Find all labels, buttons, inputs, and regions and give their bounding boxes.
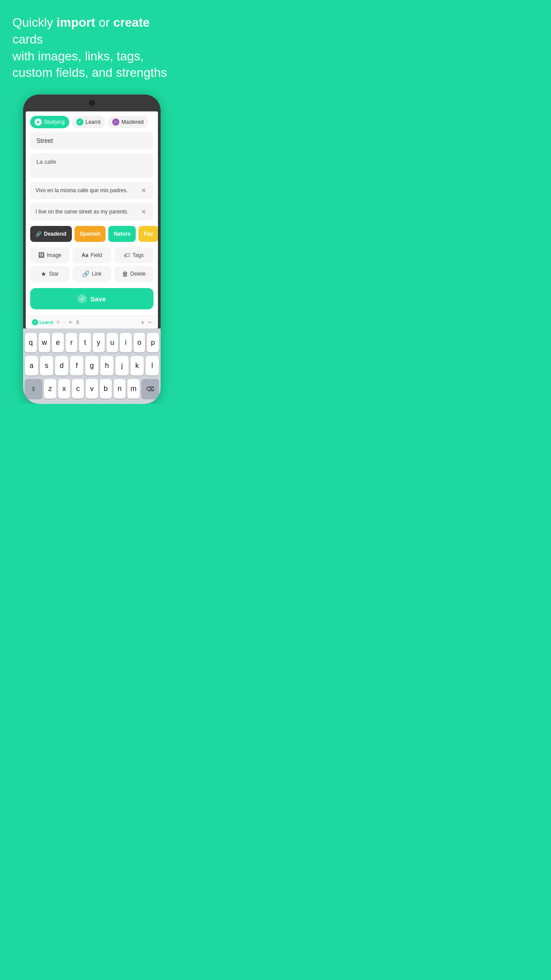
key-z[interactable]: z [44, 379, 56, 399]
card-field-word[interactable]: Street [30, 132, 153, 150]
phone-screen: Studying ✓ Learnt ✓ Mastered Street La c… [26, 111, 158, 328]
star-label: Star [49, 271, 59, 277]
tab-studying[interactable]: Studying [30, 116, 69, 128]
tab-learnt[interactable]: ✓ Learnt [72, 116, 105, 128]
tabs-bar: Studying ✓ Learnt ✓ Mastered [26, 111, 158, 132]
status-learnt-badge: ✓ Learnt [32, 319, 53, 325]
keyboard-row-2: a s d f g h j k l [25, 356, 159, 375]
header-line3: custom fields, and strengths [12, 66, 167, 79]
card-sentence1-text: Vivo en la misma calle que mis padres. [35, 187, 128, 194]
key-x[interactable]: x [58, 379, 70, 399]
status-separator: - [63, 320, 65, 325]
delete-button[interactable]: 🗑 Delete [114, 266, 153, 282]
keyboard-row-1: q w e r t y u i o p [25, 333, 159, 352]
save-check-icon: ✓ [78, 294, 87, 303]
shift-key[interactable]: ⇧ [25, 379, 42, 399]
header-create: create [113, 16, 150, 29]
image-button[interactable]: 🖼 Image [30, 247, 70, 263]
key-s[interactable]: s [40, 356, 53, 375]
header-prefix: Quickly [12, 16, 57, 29]
check-icon-mastered: ✓ [112, 119, 119, 126]
status-dot: ✓ [32, 319, 38, 325]
star-icon: ★ [41, 270, 47, 277]
tab-mastered[interactable]: ✓ Mastered [108, 116, 148, 128]
star-status-icon: ★ [141, 320, 145, 325]
tag-deadend-label: Deadend [44, 231, 67, 237]
image-label: Image [47, 252, 61, 258]
keyboard: q w e r t y u i o p a s d f g h j k l [23, 328, 161, 404]
backspace-key[interactable]: ⌫ [142, 379, 159, 399]
remove-sentence2-button[interactable]: ✕ [139, 207, 148, 216]
tags-button[interactable]: 🏷 Tags [114, 247, 153, 263]
save-section: ✓ Save [26, 285, 158, 316]
card-sentence2[interactable]: I live on the same street as my parents.… [30, 203, 153, 221]
status-learnt-text: Learnt [39, 320, 53, 325]
status-repeat-icon: © [57, 320, 60, 325]
tag-fav[interactable]: Fav [138, 226, 158, 242]
header-import: import [57, 16, 95, 29]
phone-body: Studying ✓ Learnt ✓ Mastered Street La c… [23, 95, 161, 404]
key-g[interactable]: g [85, 356, 98, 375]
eye-icon: 👁 [68, 320, 73, 325]
tag-icon: 🏷 [124, 252, 130, 259]
tag-nature-label: Nature [114, 231, 130, 237]
key-j[interactable]: j [115, 356, 129, 375]
card-sentence1[interactable]: Vivo en la misma calle que mis padres. ✕ [30, 182, 153, 199]
card-field-translation[interactable]: La calle [30, 153, 153, 178]
key-c[interactable]: c [72, 379, 84, 399]
card-section: Street La calle Vivo en la misma calle q… [26, 132, 158, 221]
remove-sentence1-button[interactable]: ✕ [139, 186, 148, 195]
card-sentence2-text: I live on the same street as my parents. [35, 209, 128, 215]
edit-icon: ✏ [148, 320, 152, 325]
key-l[interactable]: l [146, 356, 159, 375]
key-a[interactable]: a [25, 356, 38, 375]
tag-spanish[interactable]: Spanish [75, 226, 106, 242]
field-button[interactable]: Aa Field [72, 247, 112, 263]
key-i[interactable]: i [120, 333, 132, 352]
card-word-text: Street [36, 137, 53, 144]
link-action-icon: 🔗 [82, 270, 90, 277]
link-label: Link [92, 271, 102, 277]
phone-mockup: Studying ✓ Learnt ✓ Mastered Street La c… [0, 95, 184, 404]
tags-row: 🔗 Deadend Spanish Nature Fav [26, 224, 158, 245]
key-q[interactable]: q [25, 333, 37, 352]
status-count: 0 [76, 320, 79, 325]
key-f[interactable]: f [70, 356, 83, 375]
save-button[interactable]: ✓ Save [30, 288, 153, 309]
trash-icon: 🗑 [122, 270, 128, 277]
tab-mastered-label: Mastered [122, 119, 144, 125]
tab-studying-label: Studying [44, 119, 65, 125]
key-n[interactable]: n [114, 379, 126, 399]
key-m[interactable]: m [127, 379, 139, 399]
link-button[interactable]: 🔗 Link [72, 266, 112, 282]
header-mid: or [95, 16, 113, 29]
key-h[interactable]: h [100, 356, 114, 375]
key-u[interactable]: u [106, 333, 118, 352]
tab-learnt-label: Learnt [86, 119, 101, 125]
card-translation-text: La calle [36, 158, 56, 165]
key-d[interactable]: d [55, 356, 68, 375]
key-r[interactable]: r [66, 333, 78, 352]
header-text: Quickly import or create cards with imag… [0, 0, 184, 90]
field-icon: Aa [82, 252, 88, 258]
actions-grid: 🖼 Image Aa Field 🏷 Tags ★ Star 🔗 Li [26, 245, 158, 285]
key-v[interactable]: v [86, 379, 98, 399]
delete-label: Delete [130, 271, 146, 277]
tag-deadend[interactable]: 🔗 Deadend [30, 226, 72, 242]
key-t[interactable]: t [79, 333, 91, 352]
key-b[interactable]: b [100, 379, 112, 399]
key-p[interactable]: p [147, 333, 159, 352]
key-y[interactable]: y [93, 333, 105, 352]
key-w[interactable]: w [39, 333, 51, 352]
link-icon: 🔗 [35, 231, 42, 237]
tag-nature[interactable]: Nature [108, 226, 136, 242]
header-suffix: cards [12, 32, 43, 46]
header-line2: with images, links, tags, [12, 49, 144, 63]
star-button[interactable]: ★ Star [30, 266, 70, 282]
key-e[interactable]: e [52, 333, 64, 352]
tag-spanish-label: Spanish [80, 231, 101, 237]
key-o[interactable]: o [134, 333, 146, 352]
key-k[interactable]: k [130, 356, 144, 375]
phone-notch [89, 100, 95, 106]
field-label: Field [91, 252, 102, 258]
